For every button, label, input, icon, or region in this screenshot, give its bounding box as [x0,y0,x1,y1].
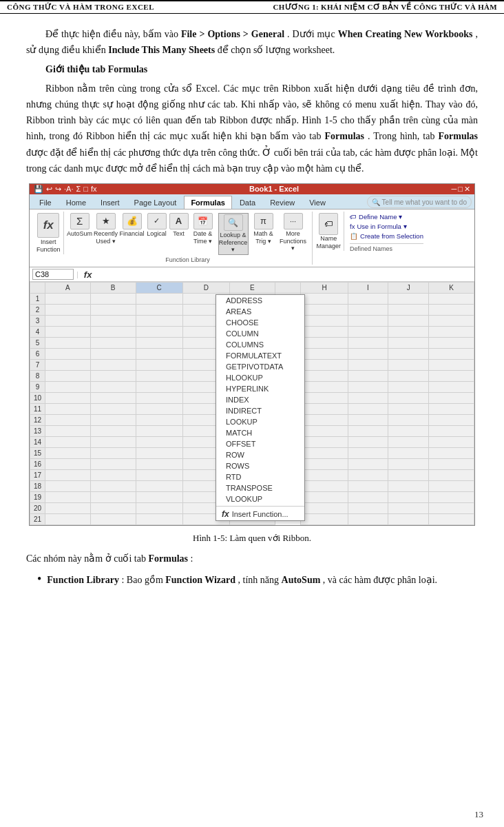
cell-i-6[interactable] [348,349,388,360]
cell-c-21[interactable] [136,514,182,525]
cell-c-3[interactable] [136,316,182,327]
cell-b-20[interactable] [90,503,136,514]
cell-a-6[interactable] [45,349,91,360]
cell-k-12[interactable] [429,415,474,426]
cell-i-13[interactable] [348,426,388,437]
tab-formulas[interactable]: Formulas [184,196,232,209]
dd-index[interactable]: INDEX [216,394,304,405]
dd-column[interactable]: COLUMN [216,328,304,339]
cell-j-15[interactable] [388,448,429,459]
cell-h-7[interactable] [301,360,348,371]
cell-a-12[interactable] [45,415,91,426]
cell-j-12[interactable] [388,415,429,426]
cell-a-15[interactable] [45,448,91,459]
cell-b-13[interactable] [90,426,136,437]
tab-home[interactable]: Home [59,196,93,209]
dd-getpivotdata[interactable]: GETPIVOTDATA [216,361,304,372]
cell-k-5[interactable] [429,338,474,349]
cell-b-3[interactable] [90,316,136,327]
cell-i-1[interactable] [348,294,388,305]
cell-h-17[interactable] [301,470,348,481]
cell-k-20[interactable] [429,503,474,514]
dd-vlookup[interactable]: VLOOKUP [216,493,304,504]
cell-c-12[interactable] [136,415,182,426]
cell-b-9[interactable] [90,382,136,393]
cell-c-7[interactable] [136,360,182,371]
cell-j-16[interactable] [388,459,429,470]
cell-h-19[interactable] [301,492,348,503]
cell-c-4[interactable] [136,327,182,338]
cell-b-14[interactable] [90,437,136,448]
cell-j-7[interactable] [388,360,429,371]
cell-h-21[interactable] [301,514,348,525]
cell-k-3[interactable] [429,316,474,327]
cell-j-21[interactable] [388,514,429,525]
cell-a-9[interactable] [45,382,91,393]
use-in-formula-button[interactable]: fx Use in Formula ▾ [350,223,423,230]
cell-c-8[interactable] [136,371,182,382]
cell-k-16[interactable] [429,459,474,470]
cell-j-8[interactable] [388,371,429,382]
cell-h-2[interactable] [301,305,348,316]
cell-b-16[interactable] [90,459,136,470]
cell-k-7[interactable] [429,360,474,371]
cell-j-3[interactable] [388,316,429,327]
logical-button[interactable]: ✓ Logical [147,213,167,237]
financial-button[interactable]: 💰 Financial [120,213,144,237]
cell-k-2[interactable] [429,305,474,316]
cell-i-17[interactable] [348,470,388,481]
cell-c-18[interactable] [136,481,182,492]
cell-h-5[interactable] [301,338,348,349]
cell-c-20[interactable] [136,503,182,514]
cell-k-9[interactable] [429,382,474,393]
tab-page-layout[interactable]: Page Layout [127,196,184,209]
cell-a-19[interactable] [45,492,91,503]
cell-j-14[interactable] [388,437,429,448]
cell-i-11[interactable] [348,404,388,415]
dd-rtd[interactable]: RTD [216,471,304,482]
cell-j-4[interactable] [388,327,429,338]
cell-a-10[interactable] [45,393,91,404]
cell-h-8[interactable] [301,371,348,382]
cell-b-1[interactable] [90,294,136,305]
cell-a-5[interactable] [45,338,91,349]
cell-c-5[interactable] [136,338,182,349]
cell-a-8[interactable] [45,371,91,382]
dd-match[interactable]: MATCH [216,427,304,438]
dd-choose[interactable]: CHOOSE [216,317,304,328]
cell-b-4[interactable] [90,327,136,338]
dd-indirect[interactable]: INDIRECT [216,405,304,416]
cell-k-8[interactable] [429,371,474,382]
math-trig-button[interactable]: π Math &Trig ▾ [251,213,276,245]
cell-c-9[interactable] [136,382,182,393]
cell-h-11[interactable] [301,404,348,415]
cell-b-12[interactable] [90,415,136,426]
cell-c-14[interactable] [136,437,182,448]
cell-h-13[interactable] [301,426,348,437]
define-name-button[interactable]: 🏷 Define Name ▾ [350,213,423,221]
cell-k-4[interactable] [429,327,474,338]
cell-h-4[interactable] [301,327,348,338]
cell-b-5[interactable] [90,338,136,349]
recently-used-button[interactable]: ★ RecentlyUsed ▾ [94,213,118,245]
cell-j-10[interactable] [388,393,429,404]
dd-transpose[interactable]: TRANSPOSE [216,482,304,493]
cell-c-1[interactable] [136,294,182,305]
cell-k-10[interactable] [429,393,474,404]
cell-k-6[interactable] [429,349,474,360]
cell-j-1[interactable] [388,294,429,305]
cell-j-11[interactable] [388,404,429,415]
cell-a-13[interactable] [45,426,91,437]
cell-a-2[interactable] [45,305,91,316]
cell-c-16[interactable] [136,459,182,470]
cell-c-11[interactable] [136,404,182,415]
dd-columns[interactable]: COLUMNS [216,339,304,350]
cell-b-19[interactable] [90,492,136,503]
cell-i-3[interactable] [348,316,388,327]
cell-a-17[interactable] [45,470,91,481]
cell-h-1[interactable] [301,294,348,305]
cell-a-3[interactable] [45,316,91,327]
cell-h-14[interactable] [301,437,348,448]
cell-c-15[interactable] [136,448,182,459]
cell-b-15[interactable] [90,448,136,459]
